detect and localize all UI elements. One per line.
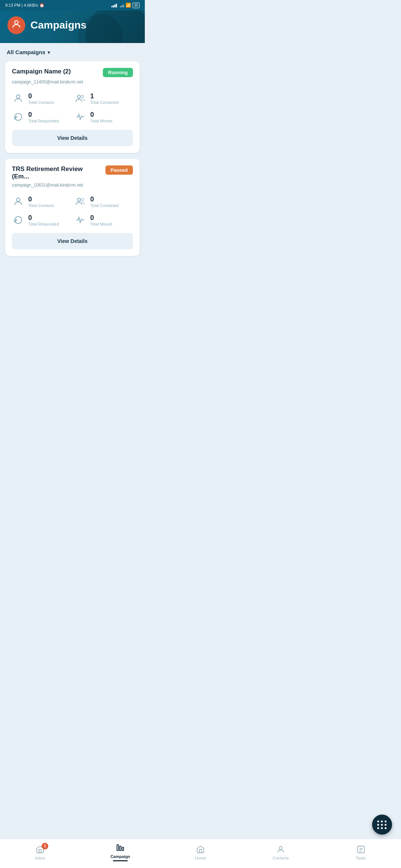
total-contacted-value-1: 1 xyxy=(90,92,118,100)
total-contacted-label-1: Total Contacted xyxy=(90,100,118,105)
stats-grid-2: 0 Total Contacts 0 Total Contacted xyxy=(12,195,133,226)
stat-total-contacted-2: 0 Total Contacted xyxy=(74,195,133,208)
signal-strength xyxy=(111,3,117,7)
total-contacts-label-2: Total Contacts xyxy=(28,203,54,208)
person-icon xyxy=(12,92,25,105)
page-header: Campaigns xyxy=(0,10,145,43)
total-contacted-value-2: 0 xyxy=(90,195,118,203)
stat-info: 0 Total Responded xyxy=(28,111,59,123)
filter-label: All Campaigns xyxy=(7,49,45,55)
svg-point-5 xyxy=(77,198,80,201)
total-contacts-value-1: 0 xyxy=(28,92,54,100)
stat-info: 0 Total Contacts xyxy=(28,92,54,105)
stat-total-contacted-1: 1 Total Contacted xyxy=(74,92,133,105)
avatar-icon xyxy=(11,19,22,32)
status-time-network: 9:13 PM | 4.6KB/s ⏰ xyxy=(5,3,45,8)
total-contacts-label-1: Total Contacts xyxy=(28,100,54,105)
stat-info: 0 Total Moved xyxy=(90,111,112,123)
stat-total-responded-1: 0 Total Responded xyxy=(12,111,71,123)
campaign-name-2: TRS Retirement Review (Em... xyxy=(12,165,105,180)
people-icon-2 xyxy=(74,195,87,208)
campaign-email-2: campaign_10631@mail.kindcrm.net xyxy=(12,183,133,188)
stat-info: 0 Total Moved xyxy=(90,214,112,226)
total-contacted-label-2: Total Contacted xyxy=(90,203,118,208)
total-moved-label-2: Total Moved xyxy=(90,222,112,226)
total-responded-label-2: Total Responded xyxy=(28,222,59,226)
refresh-icon-2 xyxy=(12,214,25,226)
content-area: All Campaigns ▾ Campaign Name (2) Runnin… xyxy=(0,43,145,292)
avatar[interactable] xyxy=(7,16,25,34)
svg-point-1 xyxy=(16,95,20,98)
stat-total-contacts-1: 0 Total Contacts xyxy=(12,92,71,105)
chevron-down-icon: ▾ xyxy=(48,49,50,55)
page-title: Campaigns xyxy=(30,19,87,31)
total-responded-value-2: 0 xyxy=(28,214,59,222)
total-contacts-value-2: 0 xyxy=(28,195,54,203)
status-indicators: 📶 35 xyxy=(111,3,140,8)
campaign-card-1: Campaign Name (2) Running campaign_11405… xyxy=(5,61,140,153)
card-header-2: TRS Retirement Review (Em... Paused xyxy=(12,165,133,180)
status-badge-1: Running xyxy=(103,68,133,77)
signal-strength-2 xyxy=(120,3,124,7)
wifi-icon: 📶 xyxy=(125,3,131,8)
svg-point-0 xyxy=(14,21,18,24)
svg-point-3 xyxy=(81,95,84,98)
svg-point-2 xyxy=(77,95,80,98)
stat-total-moved-2: 0 Total Moved xyxy=(74,214,133,226)
status-badge-2: Paused xyxy=(105,165,133,175)
people-icon xyxy=(74,92,87,105)
total-moved-value-1: 0 xyxy=(90,111,112,119)
campaign-email-1: campaign_11405@mail.kindcrm.net xyxy=(12,79,133,85)
stat-info: 0 Total Responded xyxy=(28,214,59,226)
svg-point-4 xyxy=(16,198,20,201)
battery-icon: 35 xyxy=(133,3,140,8)
total-moved-value-2: 0 xyxy=(90,214,112,222)
stat-total-moved-1: 0 Total Moved xyxy=(74,111,133,123)
stat-info: 1 Total Contacted xyxy=(90,92,118,105)
person-icon-2 xyxy=(12,195,25,208)
campaign-name-1: Campaign Name (2) xyxy=(12,68,103,75)
campaign-card-2: TRS Retirement Review (Em... Paused camp… xyxy=(5,159,140,256)
card-header-1: Campaign Name (2) Running xyxy=(12,68,133,77)
pulse-icon-2 xyxy=(74,214,87,226)
stats-grid-1: 0 Total Contacts 1 Total Contacted xyxy=(12,92,133,123)
stat-total-contacts-2: 0 Total Contacts xyxy=(12,195,71,208)
pulse-icon xyxy=(74,111,87,123)
total-moved-label-1: Total Moved xyxy=(90,119,112,123)
stat-info: 0 Total Contacted xyxy=(90,195,118,208)
svg-point-6 xyxy=(81,198,84,201)
filter-row[interactable]: All Campaigns ▾ xyxy=(5,49,140,55)
stat-total-responded-2: 0 Total Responded xyxy=(12,214,71,226)
total-responded-label-1: Total Responded xyxy=(28,119,59,123)
view-details-button-1[interactable]: View Details xyxy=(12,130,133,146)
status-bar: 9:13 PM | 4.6KB/s ⏰ 📶 35 xyxy=(0,0,145,10)
view-details-button-2[interactable]: View Details xyxy=(12,233,133,249)
total-responded-value-1: 0 xyxy=(28,111,59,119)
refresh-icon xyxy=(12,111,25,123)
stat-info: 0 Total Contacts xyxy=(28,195,54,208)
